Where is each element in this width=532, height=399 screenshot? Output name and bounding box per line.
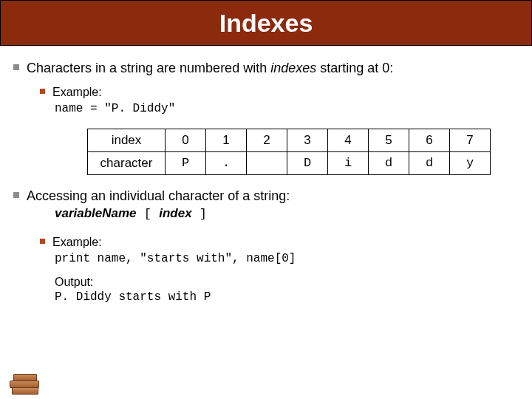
bullet-1-part1: Characters in a string are numbered with [27, 61, 270, 75]
cell-idx-4: 4 [328, 129, 369, 151]
syntax-index: index [159, 206, 191, 220]
cell-idx-0: 0 [166, 129, 206, 151]
bullet-1: Characters in a string are numbered with… [13, 59, 519, 77]
bullet-icon [13, 192, 19, 198]
bullet-2a: Example: [40, 234, 519, 250]
cell-chr-1: . [206, 151, 247, 174]
cell-idx-1: 1 [206, 129, 247, 151]
cell-idx-5: 5 [369, 129, 409, 151]
cell-idx-6: 6 [409, 129, 450, 151]
cell-chr-7: y [450, 151, 491, 174]
cell-chr-5: d [369, 151, 409, 174]
bullet-2-text: Accessing an individual character of a s… [27, 187, 519, 205]
output-text: P. Diddy starts with P [55, 290, 519, 304]
table-row: index 0 1 2 3 4 5 6 7 [88, 129, 491, 151]
cell-idx-2: 2 [247, 129, 287, 151]
bullet-1-tail: starting at 0: [316, 61, 393, 75]
cell-chr-2 [247, 151, 287, 174]
bullet-2a-label: Example: [52, 234, 519, 250]
slide-content: Characters in a string are numbered with… [0, 46, 532, 304]
bullet-1-italic: indexes [270, 61, 316, 75]
syntax-var: variableName [55, 206, 137, 220]
cell-idx-3: 3 [287, 129, 328, 151]
syntax-rbracket: ] [192, 207, 207, 221]
slide-title: Indexes [219, 9, 313, 38]
title-bar: Indexes [0, 0, 532, 46]
table-row: character P . D i d d y [88, 151, 491, 174]
bullet-2: Accessing an individual character of a s… [13, 187, 519, 205]
cell-chr-0: P [166, 151, 206, 174]
cell-chr-6: d [409, 151, 450, 174]
bullet-2a-code: print name, "starts with", name[0] [55, 252, 519, 265]
row-header-char: character [88, 151, 166, 174]
index-table: index 0 1 2 3 4 5 6 7 character P . D i [87, 129, 491, 175]
bullet-1a-code: name = "P. Diddy" [55, 102, 519, 115]
index-table-wrap: index 0 1 2 3 4 5 6 7 character P . D i [87, 129, 519, 175]
books-icon [7, 369, 43, 395]
bullet-1a-label: Example: [52, 84, 519, 100]
bullet-2-syntax: variableName [ index ] [55, 206, 519, 221]
syntax-lbracket: [ [137, 207, 160, 221]
bullet-1-text: Characters in a string are numbered with… [27, 59, 519, 77]
cell-chr-4: i [328, 151, 369, 174]
output-label: Output: [55, 276, 519, 289]
bullet-icon [13, 64, 19, 70]
cell-idx-7: 7 [450, 129, 491, 151]
bullet-icon [40, 89, 45, 94]
bullet-1a: Example: [40, 84, 519, 100]
cell-chr-3: D [287, 151, 328, 174]
bullet-icon [40, 239, 45, 244]
slide: Indexes Characters in a string are numbe… [0, 0, 532, 399]
row-header-index: index [88, 129, 166, 151]
